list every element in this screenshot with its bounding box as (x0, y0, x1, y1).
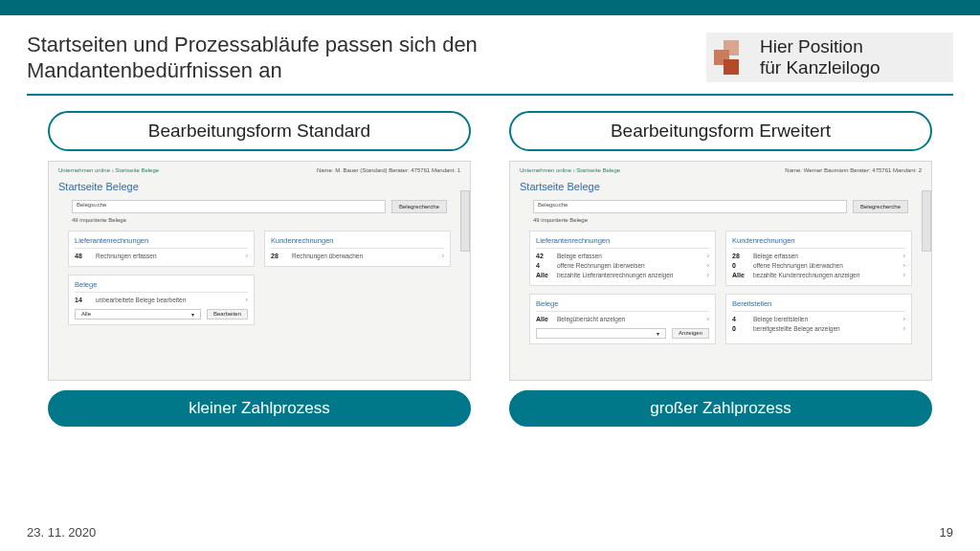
card-heading: Kundenrechnungen (271, 236, 444, 249)
user-line: Name: M. Bauer (Standard) Berater: 47576… (317, 167, 460, 173)
chevron-right-icon: › (707, 316, 709, 322)
card-line[interactable]: 4offene Rechnungen überweisen› (536, 261, 709, 271)
filter-dropdown[interactable]: ▾ (536, 328, 666, 339)
chevron-right-icon: › (903, 272, 905, 278)
footer: 23. 11. 2020 19 (27, 525, 953, 540)
card-heading: Belege (536, 299, 709, 312)
logo-line-1: Hier Position (760, 36, 880, 57)
card-lieferanten: Lieferantenrechnungen 48 Rechnungen erfa… (68, 231, 255, 267)
card-lieferanten: Lieferantenrechnungen 42Belege erfassen›… (529, 231, 716, 286)
card-heading: Lieferantenrechnungen (536, 236, 709, 249)
chevron-right-icon: › (246, 297, 248, 303)
logo-text: Hier Position für Kanzleilogo (760, 36, 880, 78)
chevron-right-icon: › (903, 253, 905, 259)
breadcrumb[interactable]: Unternehmen online › Startseite Belege (520, 167, 620, 173)
slide-title: Startseiten und Prozessabläufe passen si… (27, 33, 563, 84)
search-row: Belegsuche Belegrecherche (533, 200, 908, 213)
chevron-right-icon: › (707, 262, 709, 269)
shot-header: Unternehmen online › Startseite Belege N… (55, 167, 464, 175)
card-line[interactable]: 4Belege bereitstellen› (732, 315, 905, 324)
card-belege: Belege AlleBelegübersicht anzeigen› ▾ An… (529, 294, 716, 344)
column-left: Bearbeitungsform Standard Unternehmen on… (48, 111, 471, 427)
card-heading: Belege (75, 280, 248, 293)
show-button[interactable]: Anzeigen (672, 328, 709, 339)
card-line[interactable]: 0offene Rechnungen überwachen› (732, 261, 905, 271)
card-line[interactable]: 14 unbearbeitete Belege bearbeiten › (75, 296, 248, 305)
search-input[interactable]: Belegsuche (533, 200, 847, 213)
search-row: Belegsuche Belegrecherche (72, 200, 447, 213)
columns: Bearbeitungsform Standard Unternehmen on… (0, 96, 980, 427)
chevron-right-icon: › (246, 253, 248, 259)
logo-line-2: für Kanzleilogo (760, 57, 880, 78)
footer-page: 19 (940, 525, 953, 540)
chevron-right-icon: › (707, 253, 709, 259)
card-belege: Belege 14 unbearbeitete Belege bearbeite… (68, 275, 255, 325)
card-heading: Kundenrechnungen (732, 236, 905, 249)
card-line[interactable]: 48 Rechnungen erfassen › (75, 252, 248, 261)
card-kunden: Kundenrechnungen 28Belege erfassen› 0off… (725, 231, 912, 286)
side-tab[interactable] (460, 190, 470, 252)
search-button[interactable]: Belegrecherche (853, 200, 908, 213)
side-tab[interactable] (922, 190, 931, 252)
import-meta: 49 importierte Belege (533, 217, 908, 223)
import-meta: 49 importierte Belege (72, 217, 447, 223)
chevron-right-icon: › (903, 325, 905, 332)
footer-date: 23. 11. 2020 (27, 525, 96, 540)
chevron-down-icon: ▾ (191, 311, 194, 318)
pill-standard: Bearbeitungsform Standard (48, 111, 471, 151)
card-line[interactable]: 28 Rechnungen überwachen › (271, 252, 444, 261)
logo-icon (714, 40, 748, 75)
card-line[interactable]: 0bereitgestellte Belege anzeigen› (732, 324, 905, 334)
screenshot-erweitert: Unternehmen online › Startseite Belege N… (509, 161, 932, 381)
card-kunden: Kundenrechnungen 28 Rechnungen überwache… (264, 231, 451, 267)
filter-dropdown[interactable]: Alle▾ (75, 309, 201, 320)
screenshot-standard: Unternehmen online › Startseite Belege N… (48, 161, 471, 381)
logo-placeholder: Hier Position für Kanzleilogo (706, 33, 953, 82)
chevron-right-icon: › (903, 316, 905, 322)
chevron-right-icon: › (707, 272, 709, 278)
search-button[interactable]: Belegrecherche (391, 200, 447, 213)
breadcrumb[interactable]: Unternehmen online › Startseite Belege (58, 167, 159, 173)
chevron-right-icon: › (442, 253, 444, 259)
search-input[interactable]: Belegsuche (72, 200, 386, 213)
card-line[interactable]: Allebezahlte Lieferantenrechnungen anzei… (536, 271, 709, 280)
pill-erweitert: Bearbeitungsform Erweitert (509, 111, 932, 151)
header-row: Startseiten und Prozessabläufe passen si… (0, 15, 980, 84)
card-line[interactable]: AlleBelegübersicht anzeigen› (536, 315, 709, 324)
shot-header: Unternehmen online › Startseite Belege N… (516, 167, 925, 175)
pill-kleiner-zahlprozess: kleiner Zahlprozess (48, 390, 471, 427)
top-accent-bar (0, 0, 980, 15)
chevron-down-icon: ▾ (657, 330, 659, 337)
page-title: Startseite Belege (58, 181, 460, 192)
card-bereitstellen: Bereitstellen 4Belege bereitstellen› 0be… (725, 294, 912, 344)
user-line: Name: Werner Baumann Berater: 475761 Man… (785, 167, 922, 173)
card-line[interactable]: 42Belege erfassen› (536, 252, 709, 261)
edit-button[interactable]: Bearbeiten (207, 309, 248, 320)
page-title: Startseite Belege (520, 181, 922, 192)
card-line[interactable]: Allebezahlte Kundenrechnungen anzeigen› (732, 271, 905, 280)
card-heading: Lieferantenrechnungen (75, 236, 248, 249)
slide: Startseiten und Prozessabläufe passen si… (0, 0, 980, 551)
chevron-right-icon: › (903, 262, 905, 269)
pill-grosser-zahlprozess: großer Zahlprozess (509, 390, 932, 427)
card-line[interactable]: 28Belege erfassen› (732, 252, 905, 261)
card-heading: Bereitstellen (732, 299, 905, 312)
column-right: Bearbeitungsform Erweitert Unternehmen o… (509, 111, 932, 427)
